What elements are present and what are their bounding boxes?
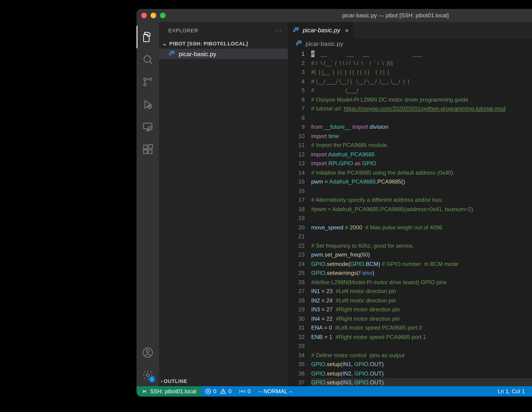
status-bar: SSH: pibot01.local 0 0 0 -- NORMAL -- Ln… xyxy=(136,386,532,397)
tab-bar-empty xyxy=(354,22,532,38)
chevron-down-icon: ⌄ xyxy=(161,40,168,47)
python-file-icon xyxy=(293,27,300,34)
sidebar-header: EXPLORER ··· xyxy=(159,22,288,38)
svg-point-1 xyxy=(149,78,152,80)
explorer-activity-icon[interactable] xyxy=(136,26,159,48)
source-control-activity-icon[interactable] xyxy=(136,71,159,93)
activity-bar: 1 xyxy=(136,22,159,386)
status-remote-label: SSH: pibot01.local xyxy=(150,388,196,395)
status-mode-label: -- NORMAL -- xyxy=(258,388,293,395)
status-tab-size[interactable]: Tab Size: 4 xyxy=(529,386,532,397)
status-warnings: 0 xyxy=(228,388,232,395)
python-file-icon xyxy=(295,40,303,47)
code-content[interactable]: # __ __ __ ___# / \ /__` / \ \ / / \ / \… xyxy=(311,49,532,386)
svg-point-2 xyxy=(144,84,146,86)
remote-explorer-activity-icon[interactable] xyxy=(136,116,159,138)
svg-point-15 xyxy=(295,28,296,28)
editor-area: picar-basic.py × ··· picar-basic.py xyxy=(288,22,532,386)
svg-point-19 xyxy=(242,391,243,392)
settings-activity-icon[interactable]: 1 xyxy=(136,364,159,386)
chevron-right-icon: › xyxy=(161,378,163,384)
file-name: picar-basic.py xyxy=(179,50,216,57)
body-area: 1 EXPLORER ··· ⌄ PIBOT [SSH: PIBOT01.LOC… xyxy=(136,22,532,386)
extensions-activity-icon[interactable] xyxy=(136,138,159,160)
window-controls xyxy=(141,13,166,18)
gutter[interactable]: 1234567891011121314151617181920212223242… xyxy=(288,49,311,386)
status-cursor-label: Ln 1, Col 1 xyxy=(498,388,525,395)
status-problems[interactable]: 0 0 xyxy=(201,386,235,397)
svg-point-17 xyxy=(298,41,299,42)
outline-label: OUTLINE xyxy=(164,378,187,384)
vscode-window: picar-basic.py — pibot [SSH: pibot01.loc… xyxy=(136,9,532,397)
status-cursor-position[interactable]: Ln 1, Col 1 xyxy=(494,386,529,397)
svg-rect-8 xyxy=(143,150,147,154)
minimize-window-button[interactable] xyxy=(151,13,156,18)
search-activity-icon[interactable] xyxy=(136,48,159,71)
status-ports[interactable]: 0 xyxy=(235,386,254,397)
editor-body[interactable]: 1234567891011121314151617181920212223242… xyxy=(288,49,532,386)
sidebar-more-icon[interactable]: ··· xyxy=(275,27,282,33)
close-window-button[interactable] xyxy=(141,13,147,18)
tab-label: picar-basic.py xyxy=(303,27,340,34)
run-debug-activity-icon[interactable] xyxy=(136,93,159,116)
title-bar: picar-basic.py — pibot [SSH: pibot01.loc… xyxy=(136,9,532,22)
status-ports-count: 0 xyxy=(247,388,251,395)
status-errors: 0 xyxy=(213,388,216,395)
status-vim-mode[interactable]: -- NORMAL -- xyxy=(255,386,296,397)
svg-point-13 xyxy=(146,374,149,376)
svg-point-14 xyxy=(171,51,172,52)
python-file-icon xyxy=(168,50,176,57)
svg-rect-10 xyxy=(149,145,152,149)
svg-rect-7 xyxy=(143,145,147,149)
status-remote[interactable]: SSH: pibot01.local xyxy=(136,386,201,397)
outline-section-header[interactable]: › OUTLINE xyxy=(159,376,288,386)
maximize-window-button[interactable] xyxy=(160,13,166,18)
sidebar: EXPLORER ··· ⌄ PIBOT [SSH: PIBOT01.LOCAL… xyxy=(159,22,288,386)
window-title: picar-basic.py — pibot [SSH: pibot01.loc… xyxy=(136,12,532,19)
svg-point-0 xyxy=(144,56,151,62)
svg-point-12 xyxy=(146,350,149,353)
workspace-name: PIBOT [SSH: PIBOT01.LOCAL] xyxy=(169,41,248,46)
accounts-activity-icon[interactable] xyxy=(136,341,159,364)
tab-active[interactable]: picar-basic.py × xyxy=(288,22,354,38)
sidebar-title: EXPLORER xyxy=(168,27,198,33)
file-row[interactable]: picar-basic.py xyxy=(159,49,288,59)
tab-close-icon[interactable]: × xyxy=(345,27,349,34)
tab-bar: picar-basic.py × ··· xyxy=(288,22,532,38)
settings-badge: 1 xyxy=(149,376,155,383)
breadcrumb[interactable]: picar-basic.py xyxy=(288,38,532,49)
workspace-section-header[interactable]: ⌄ PIBOT [SSH: PIBOT01.LOCAL] xyxy=(159,38,288,49)
breadcrumb-path: picar-basic.py xyxy=(305,40,343,47)
svg-rect-9 xyxy=(148,150,152,154)
